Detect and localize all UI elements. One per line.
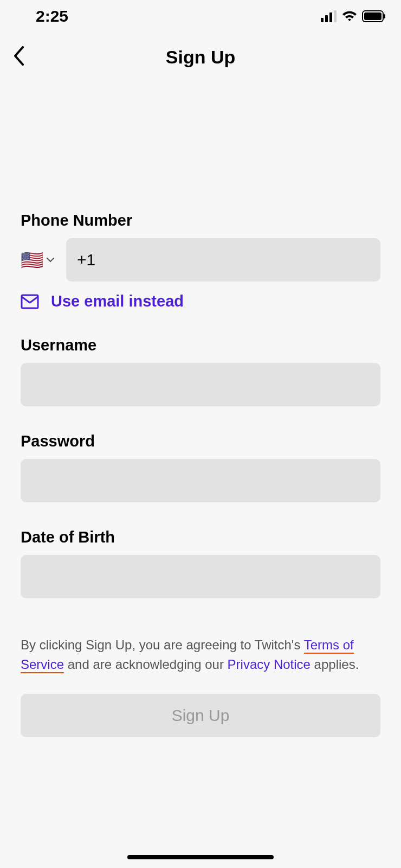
status-icons xyxy=(321,10,386,22)
chevron-left-icon xyxy=(13,46,25,66)
chevron-down-icon xyxy=(47,257,54,263)
svg-rect-0 xyxy=(321,18,324,22)
svg-rect-2 xyxy=(329,12,332,22)
email-icon xyxy=(21,294,39,309)
nav-bar: Sign Up xyxy=(0,33,401,81)
page-title: Sign Up xyxy=(166,47,235,68)
svg-rect-3 xyxy=(334,10,337,22)
username-label: Username xyxy=(21,336,380,354)
status-time: 2:25 xyxy=(36,7,68,25)
svg-rect-6 xyxy=(384,14,385,18)
signup-form: Phone Number 🇺🇸 Use email instead Userna… xyxy=(0,212,401,737)
us-flag-icon: 🇺🇸 xyxy=(21,249,43,271)
password-field-block: Password xyxy=(21,432,380,528)
svg-rect-1 xyxy=(325,15,328,22)
phone-row: 🇺🇸 xyxy=(21,238,380,282)
legal-suffix: applies. xyxy=(311,657,359,672)
use-email-link-text: Use email instead xyxy=(51,292,184,310)
username-input[interactable] xyxy=(21,363,380,406)
battery-icon xyxy=(362,10,386,22)
dob-label: Date of Birth xyxy=(21,528,380,546)
svg-rect-5 xyxy=(364,12,381,20)
svg-rect-7 xyxy=(22,295,38,308)
phone-field-block: Phone Number 🇺🇸 xyxy=(21,212,380,282)
dob-field-block: Date of Birth xyxy=(21,528,380,624)
password-input[interactable] xyxy=(21,459,380,502)
back-button[interactable] xyxy=(13,46,25,68)
phone-label: Phone Number xyxy=(21,212,380,229)
home-indicator[interactable] xyxy=(127,855,274,859)
wifi-icon xyxy=(341,10,358,22)
use-email-instead-link[interactable]: Use email instead xyxy=(21,292,380,310)
country-code-selector[interactable]: 🇺🇸 xyxy=(21,249,54,271)
cellular-icon xyxy=(321,10,337,22)
phone-input[interactable] xyxy=(66,238,380,282)
legal-text: By clicking Sign Up, you are agreeing to… xyxy=(21,635,380,674)
legal-prefix: By clicking Sign Up, you are agreeing to… xyxy=(21,637,304,652)
signup-button[interactable]: Sign Up xyxy=(21,694,380,737)
privacy-notice-link[interactable]: Privacy Notice xyxy=(228,657,311,672)
status-bar: 2:25 xyxy=(0,0,401,33)
dob-input[interactable] xyxy=(21,555,380,598)
legal-middle: and are acknowledging our xyxy=(64,657,228,672)
username-field-block: Username xyxy=(21,336,380,432)
password-label: Password xyxy=(21,432,380,450)
